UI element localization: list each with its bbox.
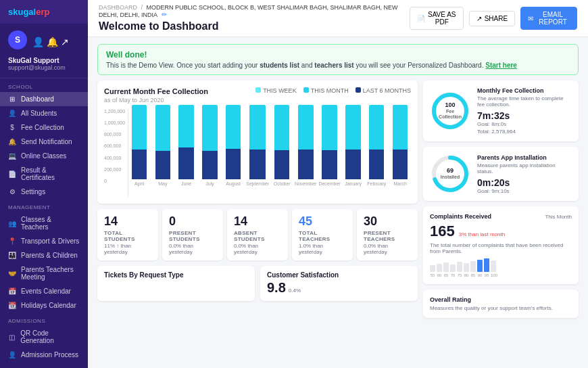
bell-icon[interactable]: 🔔 xyxy=(47,37,58,47)
breadcrumb: DASHBOARD / MODERN PUBLIC SCHOOL, BLOCK … xyxy=(99,4,410,18)
bar-top xyxy=(226,105,241,149)
bar-group: October xyxy=(271,105,293,186)
page-title: Welcome to Dashboard xyxy=(99,20,410,32)
sidebar-item-ptm[interactable]: 🤝 Parents Teachers Meeting xyxy=(0,262,88,284)
transport-icon: 📍 xyxy=(8,237,16,245)
settings-icon: ⚙ xyxy=(8,188,16,196)
stat-present-students: 0 PRESENT STUDENTS 0.0% than yesterday xyxy=(162,209,223,260)
fee-card-content: Monthly Fee Collection The average time … xyxy=(477,87,572,135)
sidebar-item-all-students[interactable]: 👤 All Students xyxy=(0,106,88,120)
school-section-label: SCHOOL xyxy=(0,78,88,92)
comp-bar-label: 75 xyxy=(457,273,462,277)
sidebar-item-result[interactable]: 📄 Result & Certificates xyxy=(0,163,88,185)
bar-label: January xyxy=(345,181,362,186)
bar-label: June xyxy=(181,181,191,186)
user-email: support@skugal.com xyxy=(8,64,80,71)
parents-icon: 👨‍👩‍👧 xyxy=(8,252,16,259)
fee-circle: 100 Fee Collection xyxy=(430,91,470,131)
bar-bottom xyxy=(178,147,193,179)
bar-group: August xyxy=(222,105,244,186)
parents-circle: 69 Installed xyxy=(430,154,470,194)
right-panel: 100 Fee Collection Monthly Fee Collectio… xyxy=(423,80,579,361)
comp-bar-label: 95 xyxy=(484,273,489,277)
avatar: S xyxy=(8,30,27,49)
chart-title: Current Month Fee Collection xyxy=(104,87,208,95)
sidebar-item-dashboard[interactable]: ⊞ Dashboard xyxy=(0,92,88,106)
bar-group: May xyxy=(152,105,174,186)
bar-group: June xyxy=(176,105,197,186)
stats-row: 14 TOTAL STUDENTS 11% ↑ than yesterday 0… xyxy=(97,209,418,260)
sidebar: skugalerp S 👤 🔔 ↗ SkuGal Support support… xyxy=(0,0,88,368)
sidebar-item-events[interactable]: 📅 Events Calendar xyxy=(0,284,88,298)
start-here-link[interactable]: Start here xyxy=(485,62,517,69)
sidebar-item-online-classes[interactable]: 💻 Online Classes xyxy=(0,149,88,163)
overall-rating-card: Overall Rating Measures the quality or y… xyxy=(423,290,579,318)
admission-icon: 👤 xyxy=(8,351,16,359)
classes-icon: 👥 xyxy=(8,220,16,227)
save-pdf-button[interactable]: 📄 SAVE AS PDF xyxy=(410,7,464,30)
bar-bottom xyxy=(155,151,170,179)
sidebar-item-parents-children[interactable]: 👨‍👩‍👧 Parents & Children xyxy=(0,248,88,262)
stat-total-teachers: 45 TOTAL TEACHERS 1.0% than yesterday xyxy=(292,209,353,260)
sidebar-item-transport[interactable]: 📍 Transport & Drivers xyxy=(0,234,88,248)
user-icon[interactable]: 👤 xyxy=(32,37,44,47)
sidebar-logo: skugalerp xyxy=(0,0,88,24)
comp-bar-label: 85 xyxy=(470,273,476,277)
main-content: DASHBOARD / MODERN PUBLIC SCHOOL, BLOCK … xyxy=(88,0,588,368)
parents-circle-text: 69 Installed xyxy=(441,167,460,180)
edit-icon[interactable]: ✏ xyxy=(162,11,167,18)
bar-label: December xyxy=(318,181,340,186)
pdf-icon: 📄 xyxy=(417,15,425,22)
sidebar-item-classes-teachers[interactable]: 👥 Classes & Teachers xyxy=(0,212,88,234)
comp-bar xyxy=(450,264,456,272)
content-area: Well done! This is the Demo View. Once y… xyxy=(88,37,588,368)
fee-chart-card: Current Month Fee Collection as of May t… xyxy=(97,80,418,204)
share-button[interactable]: ↗ SHARE xyxy=(469,11,515,26)
notification-icon: 🔔 xyxy=(8,138,16,145)
bar-bottom xyxy=(132,150,147,179)
bar-chart: AprilMayJuneJulyAugustSeptemberOctoberNo… xyxy=(128,109,411,197)
qr-icon: ◫ xyxy=(8,334,16,341)
comp-bar xyxy=(484,258,489,272)
comp-bar-label: 65 xyxy=(443,273,449,277)
stat-present-teachers: 30 PRESENT TEACHERS 0.0% than yesterday xyxy=(357,209,418,260)
bar-label: August xyxy=(226,181,241,186)
sidebar-item-holidays[interactable]: 📆 Holidays Calendar xyxy=(0,298,88,313)
comp-bar-label: 100 xyxy=(491,273,496,277)
fee-icon: $ xyxy=(8,124,16,131)
share-icon[interactable]: ↗ xyxy=(61,37,69,47)
bar-group: July xyxy=(199,105,221,186)
comp-bar-label: 60 xyxy=(437,273,442,277)
bar-group: April xyxy=(128,105,150,186)
comp-bar xyxy=(464,263,469,272)
email-report-button[interactable]: ✉ EMAIL REPORT xyxy=(520,7,577,30)
bottom-row: Tickets By Request Type Customer Satisfa… xyxy=(97,266,418,301)
sidebar-item-fee-collection[interactable]: $ Fee Collection xyxy=(0,120,88,135)
bar-top xyxy=(274,105,289,150)
result-icon: 📄 xyxy=(8,170,16,178)
sidebar-item-admission[interactable]: 👤 Admission Process xyxy=(0,348,88,362)
holidays-icon: 📆 xyxy=(8,302,16,309)
banner-text: This is the Demo View. Once you start ad… xyxy=(106,62,570,69)
bar-label: October xyxy=(274,181,291,186)
topbar-actions: 📄 SAVE AS PDF ↗ SHARE ✉ EMAIL REPORT xyxy=(410,7,577,30)
complaints-bar xyxy=(430,258,572,272)
online-classes-icon: 💻 xyxy=(8,152,16,160)
bar-top xyxy=(155,105,170,151)
bar-label: November xyxy=(295,181,316,186)
y-axis-labels: 1,200,000 1,000,000 800,000 600,000 400,… xyxy=(104,109,128,183)
parents-card-content: Parents App Installation Measure parents… xyxy=(477,154,572,194)
comp-bar xyxy=(491,260,496,272)
sidebar-item-qr[interactable]: ◫ QR Code Generation xyxy=(0,326,88,348)
students-icon: 👤 xyxy=(8,110,16,117)
management-section-label: MANAGEMENT xyxy=(0,199,88,212)
comp-bar xyxy=(443,262,449,272)
comp-bar xyxy=(477,260,483,272)
sidebar-item-settings[interactable]: ⚙ Settings xyxy=(0,185,88,199)
sidebar-item-send-notification[interactable]: 🔔 Send Notification xyxy=(0,135,88,149)
info-banner: Well done! This is the Demo View. Once y… xyxy=(97,44,579,75)
bar-bottom xyxy=(369,150,384,179)
bar-top xyxy=(345,105,360,150)
comp-bar-label: 70 xyxy=(450,273,456,277)
ptm-icon: 🤝 xyxy=(8,270,16,277)
